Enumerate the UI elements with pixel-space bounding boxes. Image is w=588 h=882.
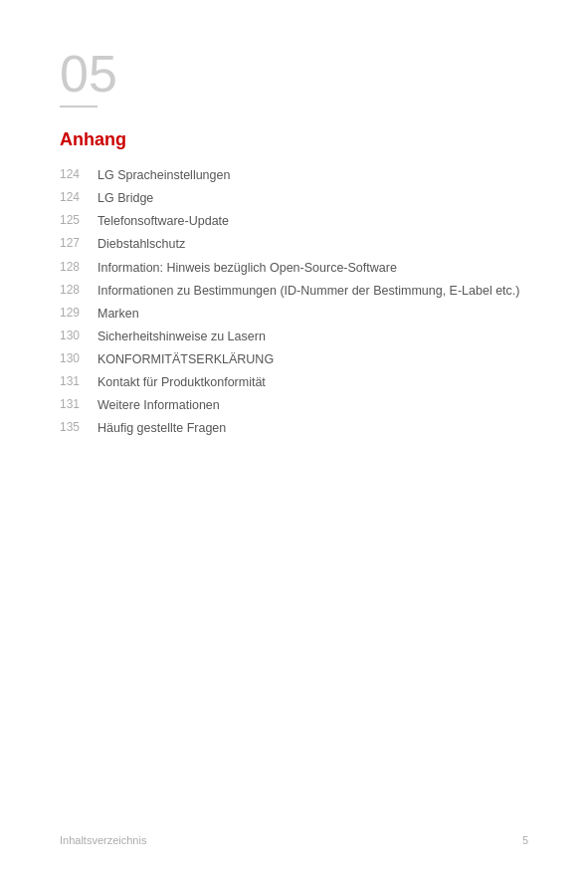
chapter-divider bbox=[60, 106, 98, 108]
toc-item-text: Diebstahlschutz bbox=[98, 235, 185, 253]
toc-item: 135Häufig gestellte Fragen bbox=[60, 419, 528, 437]
toc-item: 129Marken bbox=[60, 305, 528, 323]
toc-list: 124LG Spracheinstellungen124LG Bridge125… bbox=[60, 166, 528, 438]
toc-item: 131Kontakt für Produktkonformität bbox=[60, 373, 528, 391]
toc-item-text: Kontakt für Produktkonformität bbox=[98, 373, 266, 391]
toc-page-number: 124 bbox=[60, 166, 98, 181]
page-container: 05 Anhang 124LG Spracheinstellungen124LG… bbox=[0, 0, 588, 882]
footer-left-label: Inhaltsverzeichnis bbox=[60, 834, 146, 846]
toc-page-number: 131 bbox=[60, 373, 98, 388]
section-title: Anhang bbox=[60, 129, 528, 150]
toc-item: 124LG Spracheinstellungen bbox=[60, 166, 528, 184]
toc-page-number: 131 bbox=[60, 396, 98, 411]
toc-page-number: 130 bbox=[60, 350, 98, 365]
toc-item-text: Sicherheitshinweise zu Lasern bbox=[98, 328, 266, 345]
toc-page-number: 128 bbox=[60, 259, 98, 274]
toc-item: 127Diebstahlschutz bbox=[60, 235, 528, 253]
toc-item-text: LG Spracheinstellungen bbox=[98, 166, 230, 184]
toc-item-text: Häufig gestellte Fragen bbox=[98, 419, 226, 437]
toc-item: 131Weitere Informationen bbox=[60, 396, 528, 414]
footer: Inhaltsverzeichnis 5 bbox=[60, 834, 528, 846]
toc-item-text: KONFORMITÄTSERKLÄRUNG bbox=[98, 350, 274, 368]
toc-page-number: 135 bbox=[60, 419, 98, 434]
toc-item: 130Sicherheitshinweise zu Lasern bbox=[60, 328, 528, 345]
toc-item-text: LG Bridge bbox=[98, 189, 153, 207]
toc-item-text: Telefonsoftware-Update bbox=[98, 212, 229, 230]
toc-item: 128Information: Hinweis bezüglich Open-S… bbox=[60, 259, 528, 277]
toc-item-text: Marken bbox=[98, 305, 139, 323]
toc-item-text: Weitere Informationen bbox=[98, 396, 220, 414]
toc-item-text: Informationen zu Bestimmungen (ID-Nummer… bbox=[98, 282, 519, 300]
toc-page-number: 130 bbox=[60, 328, 98, 342]
toc-item: 130KONFORMITÄTSERKLÄRUNG bbox=[60, 350, 528, 368]
toc-page-number: 127 bbox=[60, 235, 98, 250]
toc-page-number: 124 bbox=[60, 189, 98, 204]
toc-item-text: Information: Hinweis bezüglich Open-Sour… bbox=[98, 259, 397, 277]
chapter-number: 05 bbox=[60, 48, 528, 100]
toc-page-number: 129 bbox=[60, 305, 98, 320]
toc-page-number: 125 bbox=[60, 212, 98, 227]
footer-right-page: 5 bbox=[522, 834, 528, 846]
toc-item: 125Telefonsoftware-Update bbox=[60, 212, 528, 230]
toc-page-number: 128 bbox=[60, 282, 98, 297]
toc-item: 128Informationen zu Bestimmungen (ID-Num… bbox=[60, 282, 528, 300]
toc-item: 124LG Bridge bbox=[60, 189, 528, 207]
